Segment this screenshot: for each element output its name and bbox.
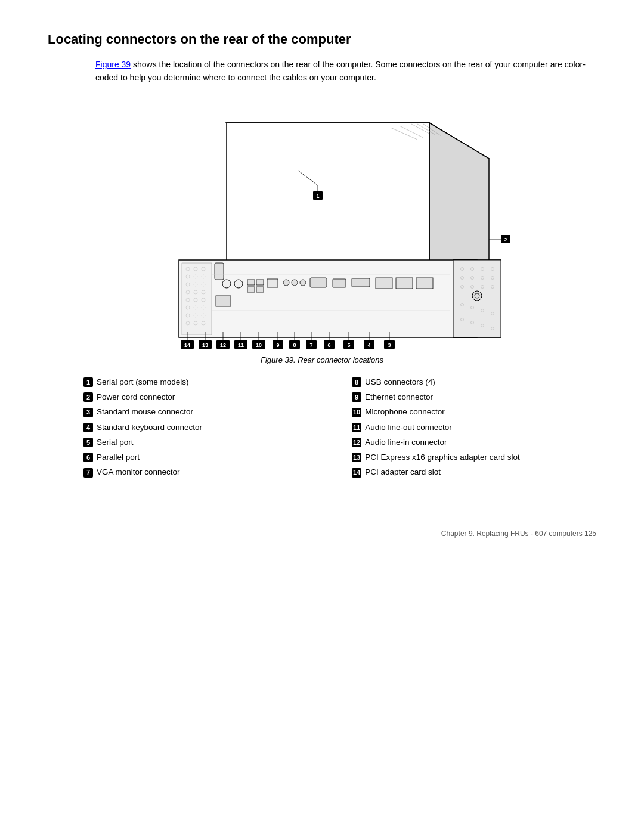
- intro-text: Figure 39 shows the location of the conn…: [95, 58, 596, 85]
- legend-number: 2: [83, 392, 93, 402]
- legend-label: Standard keyboard connector: [97, 422, 202, 433]
- svg-point-54: [222, 280, 231, 288]
- svg-text:8: 8: [293, 342, 296, 348]
- figure-svg: 14 13 12 11 10 9 8 7 6 5 4 3: [119, 99, 525, 349]
- svg-text:7: 7: [309, 342, 312, 348]
- legend-item: 14PCI adapter card slot: [352, 466, 596, 478]
- legend-number: 13: [352, 453, 361, 462]
- legend-item: 13PCI Express x16 graphics adapter card …: [352, 451, 596, 463]
- top-rule: [48, 24, 596, 24]
- legend-number: 12: [352, 438, 361, 447]
- legend-label: Parallel port: [97, 451, 140, 463]
- legend-label: Audio line-out connector: [365, 422, 452, 433]
- svg-point-61: [283, 280, 289, 286]
- legend-label: Power cord connector: [97, 391, 175, 403]
- legend-number: 1: [83, 377, 93, 387]
- legend-item: 8USB connectors (4): [352, 376, 596, 388]
- svg-rect-57: [247, 287, 255, 292]
- svg-rect-64: [310, 278, 327, 287]
- svg-text:12: 12: [220, 342, 226, 348]
- svg-rect-68: [396, 278, 413, 289]
- legend-number: 14: [352, 468, 361, 478]
- legend-item: 7VGA monitor connector: [83, 466, 328, 478]
- svg-rect-71: [215, 263, 224, 280]
- legend-number: 6: [83, 453, 93, 462]
- legend-label: VGA monitor connector: [97, 466, 180, 478]
- svg-text:10: 10: [256, 342, 262, 348]
- legend-item: 4Standard keyboard connector: [83, 422, 328, 433]
- svg-rect-67: [376, 278, 392, 289]
- legend-item: 3Standard mouse connector: [83, 406, 328, 418]
- svg-rect-65: [333, 279, 346, 287]
- svg-text:9: 9: [276, 342, 279, 348]
- legend-number: 7: [83, 468, 93, 478]
- legend-label: Serial port: [97, 436, 134, 448]
- svg-rect-60: [267, 279, 278, 287]
- legend-label: Serial port (some models): [97, 376, 189, 388]
- legend-label: Microphone connector: [365, 406, 445, 418]
- legend-number: 4: [83, 423, 93, 432]
- legend-label: Ethernet connector: [365, 391, 433, 403]
- legend-item: 9Ethernet connector: [352, 391, 596, 403]
- legend-label: PCI adapter card slot: [365, 466, 441, 478]
- svg-text:1: 1: [316, 193, 319, 199]
- page-title: Locating connectors on the rear of the c…: [48, 32, 596, 47]
- svg-rect-58: [256, 280, 264, 285]
- legend-item: 1Serial port (some models): [83, 376, 328, 388]
- svg-text:6: 6: [327, 342, 330, 348]
- legend-right-col: 8USB connectors (4)9Ethernet connector10…: [352, 376, 596, 482]
- svg-text:5: 5: [347, 342, 350, 348]
- intro-text-after: shows the location of the connectors on …: [95, 60, 586, 82]
- legend-number: 9: [352, 392, 361, 402]
- figure-caption: Figure 39. Rear connector locations: [48, 355, 596, 364]
- legend-item: 2Power cord connector: [83, 391, 328, 403]
- legend-item: 6Parallel port: [83, 451, 328, 463]
- svg-rect-56: [247, 280, 255, 285]
- legend-section: 1Serial port (some models)2Power cord co…: [83, 376, 596, 482]
- legend-number: 8: [352, 377, 361, 387]
- svg-text:3: 3: [388, 342, 391, 348]
- svg-text:14: 14: [184, 342, 190, 348]
- svg-point-138: [472, 291, 482, 301]
- svg-rect-70: [216, 296, 231, 306]
- legend-number: 11: [352, 423, 361, 432]
- svg-point-62: [292, 280, 298, 286]
- svg-point-55: [234, 280, 243, 288]
- legend-left-col: 1Serial port (some models)2Power cord co…: [83, 376, 328, 482]
- legend-label: Audio line-in connector: [365, 436, 447, 448]
- legend-label: PCI Express x16 graphics adapter card sl…: [365, 451, 520, 463]
- legend-item: 12Audio line-in connector: [352, 436, 596, 448]
- svg-marker-2: [227, 123, 429, 266]
- figure-link[interactable]: Figure 39: [95, 60, 131, 69]
- legend-number: 5: [83, 438, 93, 447]
- figure-container: 14 13 12 11 10 9 8 7 6 5 4 3: [48, 99, 596, 349]
- svg-rect-69: [416, 278, 433, 289]
- legend-item: 5Serial port: [83, 436, 328, 448]
- legend-item: 10Microphone connector: [352, 406, 596, 418]
- svg-text:11: 11: [238, 342, 244, 348]
- svg-rect-66: [352, 278, 370, 287]
- svg-text:13: 13: [202, 342, 208, 348]
- legend-label: USB connectors (4): [365, 376, 435, 388]
- svg-rect-59: [256, 287, 264, 292]
- legend-number: 10: [352, 408, 361, 417]
- page-footer: Chapter 9. Replacing FRUs - 607 computer…: [48, 529, 596, 538]
- legend-item: 11Audio line-out connector: [352, 422, 596, 433]
- legend-label: Standard mouse connector: [97, 406, 193, 418]
- svg-text:2: 2: [504, 237, 507, 243]
- svg-point-63: [300, 280, 306, 286]
- svg-text:4: 4: [367, 342, 370, 348]
- legend-number: 3: [83, 408, 93, 417]
